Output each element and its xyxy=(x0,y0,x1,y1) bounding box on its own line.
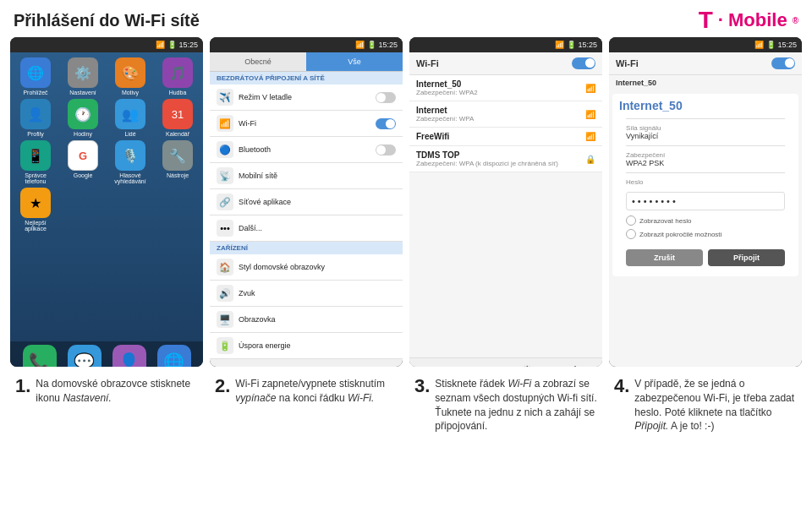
wifi-master-toggle[interactable] xyxy=(572,57,595,69)
dock-internet[interactable]: 🌐 xyxy=(157,345,191,367)
dialog-divider-3 xyxy=(626,172,785,173)
tab-vse[interactable]: Vše xyxy=(306,52,403,71)
instructions-section: 1. Na domovské obrazovce stisknete ikonu… xyxy=(0,367,812,440)
wifi-list-content: Wi-Fi Internet_50 Zabezpečení: WPA2 📶 In… xyxy=(409,52,602,367)
settings-home-style[interactable]: 🏠 Styl domovské obrazovky xyxy=(210,254,403,281)
step-4: 4. V případě, že se jedná o zabezpečenou… xyxy=(606,377,805,433)
bluetooth-label: Bluetooth xyxy=(239,145,271,154)
cancel-button[interactable]: Zrušit xyxy=(626,249,703,266)
app-profiles[interactable]: 👤 Profily xyxy=(14,99,58,137)
app-phone-manager-icon: 📱 xyxy=(20,140,51,171)
settings-sound[interactable]: 🔊 Zvuk xyxy=(210,281,403,307)
wifi-toolbar: ← + ⚙ ⋮ xyxy=(409,357,602,367)
wifi-network-tdms[interactable]: TDMS TOP Zabezpečení: WPA (k dispozici j… xyxy=(409,146,602,172)
app-people-label: Lidé xyxy=(124,131,135,137)
display-icon: 🖥️ xyxy=(217,311,233,328)
tmobile-logo: T · Mobile ® xyxy=(699,7,798,34)
show-password-checkbox[interactable] xyxy=(626,215,636,226)
step-1-number: 1. xyxy=(15,377,30,395)
app-phone-manager-label: Správce telefonu xyxy=(14,172,58,184)
connect-button[interactable]: Připojit xyxy=(708,249,785,266)
wifi-signal-freewifi: 📶 xyxy=(585,132,595,141)
app-browser[interactable]: 🌐 Prohlížeč xyxy=(14,57,58,95)
app-clock[interactable]: 🕐 Hodiny xyxy=(61,99,105,137)
wifi-network-sub-internet50: Zabezpečení: WPA2 xyxy=(416,89,478,96)
wifi-network-name-internet: Internet xyxy=(416,106,474,115)
status-bar-4: 📶 🔋 15:25 xyxy=(609,37,802,52)
settings-display[interactable]: 🖥️ Obrazovka xyxy=(210,307,403,333)
wifi-connect-header: Wi-Fi xyxy=(609,52,802,75)
dock-sms[interactable]: 💬 xyxy=(68,345,102,367)
toolbar-settings[interactable]: ⚙ xyxy=(517,362,538,367)
battery-icon: 🔋 xyxy=(217,337,233,354)
step-1: 1. Na domovské obrazovce stisknete ikonu… xyxy=(7,377,206,433)
app-profiles-icon: 👤 xyxy=(20,99,51,129)
sound-icon: 🔊 xyxy=(217,285,233,302)
net-apps-icon: 🔗 xyxy=(217,194,233,210)
settings-wifi[interactable]: 📶 Wi-Fi xyxy=(210,111,403,137)
app-google-icon: G xyxy=(68,140,98,171)
app-grid: 🌐 Prohlížeč ⚙️ Nastavení 🎨 Motivy 🎵 Hudb… xyxy=(10,52,203,237)
settings-content: Obecné Vše BEZDRÁTOVÁ PŘIPOJENÍ A SÍTĚ ✈… xyxy=(210,52,403,367)
settings-bluetooth[interactable]: 🔵 Bluetooth xyxy=(210,137,403,163)
wifi-signal-internet50: 📶 xyxy=(585,84,595,93)
settings-mobile-networks[interactable]: 📡 Mobilní sítě xyxy=(210,163,403,189)
wifi-network-freewifi[interactable]: FreeWifi 📶 xyxy=(409,128,602,146)
app-profiles-label: Profily xyxy=(27,131,43,137)
app-phone-manager[interactable]: 📱 Správce telefonu xyxy=(14,140,58,184)
dialog-show-advanced[interactable]: Zobrazit pokročilé možnosti xyxy=(619,227,792,241)
page-header: Přihlášení do Wi-Fi sítě T · Mobile ® xyxy=(0,0,812,37)
sound-label: Zvuk xyxy=(239,289,255,297)
dialog-security-field: Zabezpečení WPA2 PSK xyxy=(619,149,792,170)
dock-phone[interactable]: 📞 xyxy=(23,345,57,367)
app-browser-icon: 🌐 xyxy=(20,57,51,88)
wifi-connect-toggle[interactable] xyxy=(771,57,795,69)
bluetooth-icon: 🔵 xyxy=(217,141,233,158)
net-apps-label: Síťové aplikace xyxy=(239,198,291,206)
app-calendar[interactable]: 31 Kalendář xyxy=(156,99,200,137)
app-voice[interactable]: 🎙️ Hlasové vyhledávání xyxy=(108,140,152,184)
settings-net-apps[interactable]: 🔗 Síťové aplikace xyxy=(210,189,403,215)
wifi-network-name-tdms: TDMS TOP xyxy=(416,150,558,160)
step-4-number: 4. xyxy=(614,377,629,395)
app-people[interactable]: 👥 Lidé xyxy=(108,99,152,137)
app-music[interactable]: 🎵 Hudba xyxy=(156,57,200,95)
app-themes[interactable]: 🎨 Motivy xyxy=(108,57,152,95)
status-icons-3: 📶 🔋 15:25 xyxy=(555,41,597,49)
dialog-security-value: WPA2 PSK xyxy=(626,159,785,167)
app-calendar-icon: 31 xyxy=(162,99,193,129)
dialog-show-password[interactable]: Zobrazovat heslo xyxy=(619,214,792,227)
step-2-text: Wi-Fi zapnete/vypnete stisknutím vypínač… xyxy=(235,377,398,406)
tab-obecne[interactable]: Obecné xyxy=(210,52,306,71)
home-style-label: Styl domovské obrazovky xyxy=(239,263,325,271)
wifi-network-internet50[interactable]: Internet_50 Zabezpečení: WPA2 📶 xyxy=(409,75,602,101)
status-icons-2: 📶 🔋 15:25 xyxy=(355,41,398,49)
app-tools[interactable]: 🔧 Nástroje xyxy=(156,140,200,184)
status-icons-1: 📶 🔋 15:25 xyxy=(156,41,198,49)
app-tools-icon: 🔧 xyxy=(162,140,193,171)
dialog-password-input[interactable]: •••••••• xyxy=(626,192,785,210)
show-advanced-checkbox[interactable] xyxy=(626,229,636,239)
status-bar-3: 📶 🔋 15:25 xyxy=(409,37,602,52)
settings-more[interactable]: ••• Další... xyxy=(210,215,403,242)
app-google[interactable]: G Google xyxy=(61,140,105,184)
wifi-toggle[interactable] xyxy=(376,118,396,129)
app-settings[interactable]: ⚙️ Nastavení xyxy=(61,57,105,95)
toolbar-more[interactable]: ⋮ xyxy=(564,362,586,367)
settings-airplane[interactable]: ✈️ Režim V letadle xyxy=(210,85,403,111)
home-content: 🌐 Prohlížeč ⚙️ Nastavení 🎨 Motivy 🎵 Hudb… xyxy=(10,52,203,367)
wifi-network-internet[interactable]: Internet Zabezpečení: WPA 📶 xyxy=(409,101,602,128)
dialog-signal-field: Síla signálu Vynikající xyxy=(619,122,792,143)
app-best[interactable]: ★ Nejlepší aplikace xyxy=(14,188,58,232)
airplane-toggle[interactable] xyxy=(376,92,396,103)
wifi-connect-dialog: Internet_50 Síla signálu Vynikající Zabe… xyxy=(612,94,798,276)
status-icons-4: 📶 🔋 15:25 xyxy=(754,41,797,49)
dialog-signal-value: Vynikající xyxy=(626,132,785,140)
dialog-signal-label: Síla signálu xyxy=(626,124,785,132)
logo-registered: ® xyxy=(793,16,798,25)
settings-battery[interactable]: 🔋 Úspora energie xyxy=(210,333,403,359)
bluetooth-toggle[interactable] xyxy=(376,144,396,155)
toolbar-back[interactable]: ← xyxy=(425,362,447,367)
dock-contacts[interactable]: 👤 xyxy=(112,345,146,367)
toolbar-add[interactable]: + xyxy=(474,362,491,367)
